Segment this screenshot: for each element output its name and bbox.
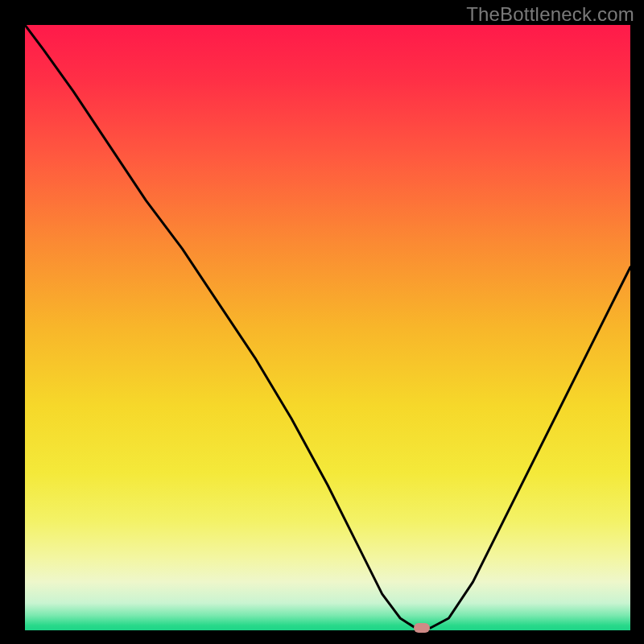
chart-frame: TheBottleneck.com (0, 0, 644, 644)
bottleneck-plot (0, 0, 644, 644)
plot-area-background (25, 25, 630, 630)
watermark-text: TheBottleneck.com (466, 3, 634, 26)
optimal-marker (414, 623, 430, 633)
